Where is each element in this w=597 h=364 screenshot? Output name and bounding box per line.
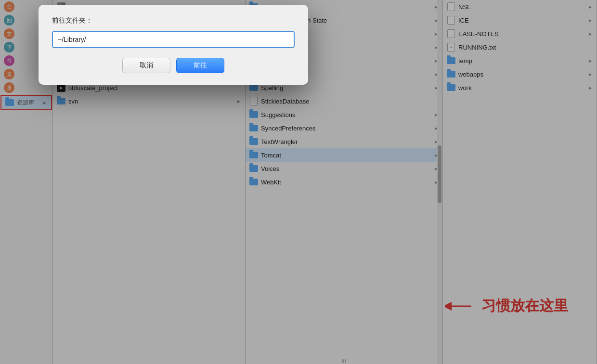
modal-overlay: 前往文件夹： 取消 前往	[0, 0, 597, 364]
modal-title: 前往文件夹：	[52, 16, 295, 25]
goto-folder-input[interactable]	[52, 31, 295, 48]
cancel-button[interactable]: 取消	[122, 58, 170, 73]
goto-button[interactable]: 前往	[176, 58, 224, 73]
modal-buttons: 取消 前往	[52, 58, 295, 73]
finder-window: 公 图 文 下 音 景 桌	[0, 0, 597, 364]
modal-dialog: 前往文件夹： 取消 前往	[39, 5, 308, 85]
